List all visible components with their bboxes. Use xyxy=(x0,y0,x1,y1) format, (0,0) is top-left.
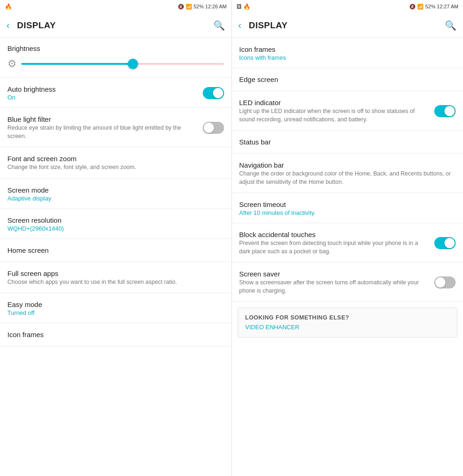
screen-mode-value: Adaptive display xyxy=(7,195,224,202)
screen-saver-title: Screen saver xyxy=(239,270,430,278)
full-screen-apps-title: Full screen apps xyxy=(7,269,224,277)
looking-for-title: LOOKING FOR SOMETHING ELSE? xyxy=(245,314,450,321)
left-panel-content: Brightness ⚙ Auto brightness On xyxy=(0,38,232,476)
time-right: 12:27 AM xyxy=(437,4,458,9)
looking-for-box: LOOKING FOR SOMETHING ELSE? VIDEO ENHANC… xyxy=(238,307,458,338)
setting-screen-saver: Screen saver Show a screensaver after th… xyxy=(232,263,463,302)
led-indicator-title: LED indicator xyxy=(239,99,430,106)
setting-icon-frames[interactable]: Icon frames Icons with frames xyxy=(232,38,463,68)
battery-left: 52% xyxy=(194,4,204,9)
screen-saver-row: Screen saver Show a screensaver after th… xyxy=(239,270,456,295)
navigation-bar-title: Navigation bar xyxy=(239,161,456,169)
blue-light-knob xyxy=(204,123,214,133)
wifi-icon-2: 📶 xyxy=(417,4,424,10)
icon-frames-value: Icons with frames xyxy=(239,54,456,61)
left-panel: ‹ DISPLAY 🔍 Brightness ⚙ Auto bright xyxy=(0,13,232,476)
setting-full-screen-apps[interactable]: Full screen apps Choose which apps you w… xyxy=(0,262,232,294)
block-accidental-toggle[interactable] xyxy=(434,237,456,249)
led-indicator-toggle[interactable] xyxy=(434,105,456,117)
setting-screen-timeout[interactable]: Screen timeout After 10 minutes of inact… xyxy=(232,193,463,223)
led-indicator-subtitle: Light up the LED indicator when the scre… xyxy=(239,107,430,124)
auto-brightness-toggle[interactable] xyxy=(203,87,224,99)
brightness-row: ⚙ xyxy=(7,58,224,70)
left-header: ‹ DISPLAY 🔍 xyxy=(0,13,232,38)
setting-home-screen[interactable]: Home screen xyxy=(0,239,232,262)
setting-auto-brightness: Auto brightness On xyxy=(0,78,232,108)
search-button-right[interactable]: 🔍 xyxy=(445,20,457,31)
blue-light-toggle[interactable] xyxy=(203,122,224,134)
panels-container: ‹ DISPLAY 🔍 Brightness ⚙ Auto bright xyxy=(0,13,463,476)
screen-mode-title: Screen mode xyxy=(7,186,224,194)
block-accidental-text: Block accidental touches Prevent the scr… xyxy=(239,231,435,256)
setting-edge-screen[interactable]: Edge screen xyxy=(232,68,463,91)
full-screen-apps-subtitle: Choose which apps you want to use in the… xyxy=(7,278,224,287)
setting-easy-mode[interactable]: Easy mode Turned off xyxy=(0,293,232,323)
setting-icon-frames-left[interactable]: Icon frames xyxy=(0,323,232,346)
icon-frames-left-title: Icon frames xyxy=(7,331,224,338)
right-panel: ‹ DISPLAY 🔍 Icon frames Icons with frame… xyxy=(232,13,463,476)
font-zoom-subtitle: Change the font size, font style, and sc… xyxy=(7,163,224,172)
block-accidental-knob xyxy=(444,238,455,248)
right-status-right: 🔇 📶 52% 12:27 AM xyxy=(409,4,458,10)
icon-frames-title: Icon frames xyxy=(239,45,456,53)
easy-mode-value: Turned off xyxy=(7,309,224,316)
status-bar-left: 🔥 🔇 📶 52% 12:26 AM xyxy=(0,0,232,13)
edge-screen-title: Edge screen xyxy=(239,75,456,83)
screen-timeout-title: Screen timeout xyxy=(239,200,456,208)
auto-brightness-title: Auto brightness xyxy=(7,85,198,93)
status-bar-title: Status bar xyxy=(239,138,456,146)
looking-for-link[interactable]: VIDEO ENHANCER xyxy=(245,324,450,331)
auto-brightness-knob xyxy=(213,88,223,98)
screenshot-icon: 🖼 xyxy=(237,4,242,9)
setting-blue-light: Blue light filter Reduce eye strain by l… xyxy=(0,108,232,147)
right-panel-content: Icon frames Icons with frames Edge scree… xyxy=(232,38,463,476)
font-zoom-title: Font and screen zoom xyxy=(7,155,224,163)
led-indicator-row: LED indicator Light up the LED indicator… xyxy=(239,99,456,124)
mute-icon: 🔇 xyxy=(178,4,184,10)
blue-light-title: Blue light filter xyxy=(7,115,198,123)
led-indicator-knob xyxy=(444,106,455,116)
screen-resolution-value: WQHD+(2960x1440) xyxy=(7,225,224,232)
back-button-right[interactable]: ‹ xyxy=(238,20,242,31)
auto-brightness-row: Auto brightness On xyxy=(7,85,224,101)
back-button-left[interactable]: ‹ xyxy=(6,20,10,31)
blue-light-row: Blue light filter Reduce eye strain by l… xyxy=(7,115,224,140)
screen-saver-toggle[interactable] xyxy=(434,276,456,288)
left-header-title: DISPLAY xyxy=(17,20,213,31)
brightness-thumb[interactable] xyxy=(128,59,138,69)
right-header: ‹ DISPLAY 🔍 xyxy=(232,13,463,38)
auto-brightness-value: On xyxy=(7,94,198,101)
search-button-left[interactable]: 🔍 xyxy=(213,20,225,31)
led-indicator-text: LED indicator Light up the LED indicator… xyxy=(239,99,435,124)
navigation-bar-subtitle: Change the order or background color of … xyxy=(239,170,456,186)
block-accidental-row: Block accidental touches Prevent the scr… xyxy=(239,231,456,256)
blue-light-subtitle: Reduce eye strain by limiting the amount… xyxy=(7,124,198,140)
screen-timeout-value: After 10 minutes of inactivity. xyxy=(239,209,456,216)
setting-font-zoom[interactable]: Font and screen zoom Change the font siz… xyxy=(0,147,232,179)
screen-saver-text: Screen saver Show a screensaver after th… xyxy=(239,270,435,295)
setting-status-bar[interactable]: Status bar xyxy=(232,131,463,154)
setting-navigation-bar[interactable]: Navigation bar Change the order or backg… xyxy=(232,154,463,193)
screen-saver-subtitle: Show a screensaver after the screen turn… xyxy=(239,279,430,295)
setting-screen-mode[interactable]: Screen mode Adaptive display xyxy=(0,179,232,209)
left-status-right: 🔇 📶 52% 12:26 AM xyxy=(178,4,227,10)
flame-icon: 🔥 xyxy=(5,3,12,10)
block-accidental-title: Block accidental touches xyxy=(239,231,430,238)
easy-mode-title: Easy mode xyxy=(7,301,224,308)
status-bar: 🔥 🔇 📶 52% 12:26 AM 🖼 🔥 🔇 📶 52% 12:27 AM xyxy=(0,0,463,13)
wifi-icon: 📶 xyxy=(186,4,192,10)
flame-icon-2: 🔥 xyxy=(243,3,250,10)
brightness-section: Brightness ⚙ xyxy=(0,38,232,78)
block-accidental-subtitle: Prevent the screen from detecting touch … xyxy=(239,239,430,256)
setting-led-indicator: LED indicator Light up the LED indicator… xyxy=(232,91,463,131)
brightness-low-icon: ⚙ xyxy=(7,58,17,70)
left-status-icons: 🔥 xyxy=(5,3,12,10)
time-left: 12:26 AM xyxy=(205,4,226,9)
setting-screen-resolution[interactable]: Screen resolution WQHD+(2960x1440) xyxy=(0,209,232,239)
blue-light-text: Blue light filter Reduce eye strain by l… xyxy=(7,115,203,140)
auto-brightness-text: Auto brightness On xyxy=(7,85,203,101)
screen-resolution-title: Screen resolution xyxy=(7,216,224,224)
brightness-title: Brightness xyxy=(7,44,224,52)
screen-saver-knob xyxy=(435,277,445,288)
brightness-slider[interactable] xyxy=(21,63,224,65)
